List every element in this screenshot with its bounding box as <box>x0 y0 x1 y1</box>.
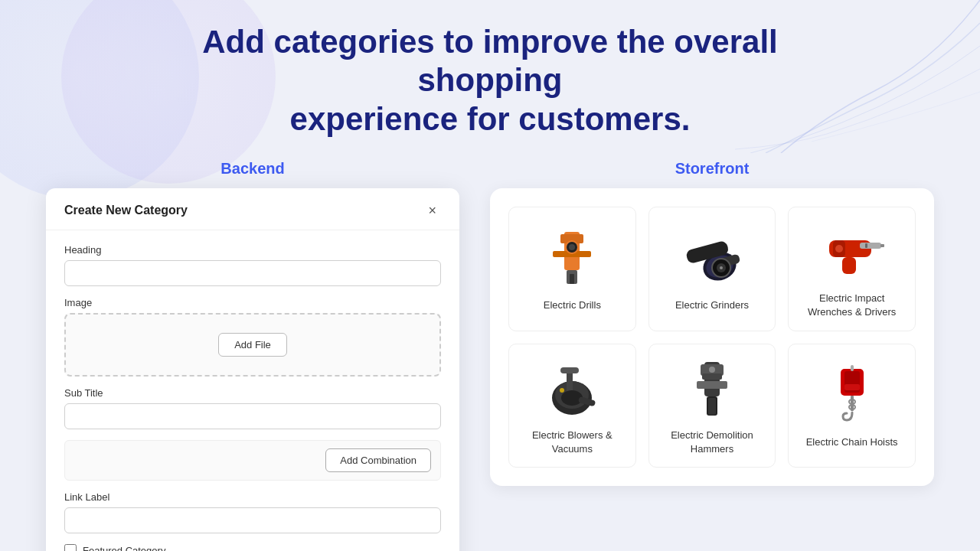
combination-row: Add Combination <box>64 440 441 481</box>
heading-label: Heading <box>64 244 441 256</box>
svg-rect-40 <box>851 365 854 371</box>
link-label-input[interactable] <box>64 507 441 533</box>
backend-label: Backend <box>220 160 284 178</box>
category-image-grinders <box>678 228 746 289</box>
main-columns: Backend Create New Category × Heading Im… <box>46 160 934 551</box>
link-label-label: Link Label <box>64 491 441 503</box>
svg-rect-20 <box>865 243 867 248</box>
category-grid: Electric Drills <box>508 207 916 468</box>
svg-rect-32 <box>697 381 727 389</box>
svg-rect-24 <box>560 367 579 373</box>
add-combination-button[interactable]: Add Combination <box>325 448 431 472</box>
svg-point-19 <box>835 245 843 253</box>
subtitle-field-group: Sub Title <box>64 387 441 429</box>
svg-point-6 <box>569 244 575 250</box>
subtitle-input[interactable] <box>64 403 441 429</box>
category-card-blowers[interactable]: Electric Blowers & Vacuums <box>508 344 636 468</box>
file-drop-zone[interactable]: Add File <box>64 313 441 377</box>
category-name-wrenches: Electric Impact Wrenches & Drivers <box>798 292 906 319</box>
svg-rect-17 <box>842 257 856 274</box>
create-category-modal: Create New Category × Heading Image Add … <box>46 188 459 551</box>
category-name-drills: Electric Drills <box>544 298 601 312</box>
storefront-label: Storefront <box>675 160 750 178</box>
svg-point-25 <box>561 390 583 406</box>
featured-category-label: Featured Category <box>83 545 165 551</box>
backend-section: Backend Create New Category × Heading Im… <box>46 160 459 551</box>
svg-rect-33 <box>702 373 722 380</box>
category-image-wrenches <box>818 221 887 282</box>
category-card-grinders[interactable]: Electric Grinders <box>648 207 776 331</box>
featured-category-row: Featured Category <box>64 544 441 551</box>
modal-header: Create New Category × <box>46 188 459 230</box>
storefront-panel: Electric Drills <box>490 188 934 486</box>
category-image-drills <box>537 228 606 289</box>
add-file-button[interactable]: Add File <box>218 333 287 357</box>
category-card-demolition[interactable]: Electric Demolition Hammers <box>648 344 776 468</box>
image-field-group: Image Add File <box>64 297 441 377</box>
heading-input[interactable] <box>64 260 441 286</box>
image-label: Image <box>64 297 441 308</box>
svg-rect-16 <box>880 244 884 247</box>
storefront-section: Storefront <box>490 160 934 486</box>
category-card-wrenches[interactable]: Electric Impact Wrenches & Drivers <box>788 207 916 331</box>
category-card-drills[interactable]: Electric Drills <box>508 207 636 331</box>
svg-rect-15 <box>860 243 881 249</box>
svg-rect-41 <box>844 384 860 390</box>
svg-point-27 <box>560 388 564 393</box>
svg-rect-31 <box>708 398 716 415</box>
category-name-hoists: Electric Chain Hoists <box>806 435 898 449</box>
modal-body: Heading Image Add File Sub Title <box>46 230 459 551</box>
modal-title: Create New Category <box>64 204 188 217</box>
modal-close-button[interactable]: × <box>423 202 441 219</box>
featured-category-checkbox[interactable] <box>64 544 77 551</box>
category-name-blowers: Electric Blowers & Vacuums <box>518 429 626 456</box>
page-wrapper: Add categories to improve the overall sh… <box>0 0 980 551</box>
category-image-blowers <box>537 358 606 419</box>
category-name-demolition: Electric Demolition Hammers <box>658 429 766 456</box>
category-name-grinders: Electric Grinders <box>675 298 749 312</box>
page-heading: Add categories to improve the overall sh… <box>145 23 835 139</box>
category-image-demolition <box>678 358 746 419</box>
svg-point-13 <box>720 266 723 269</box>
svg-point-34 <box>709 367 715 373</box>
link-label-field-group: Link Label <box>64 491 441 533</box>
subtitle-label: Sub Title <box>64 387 441 399</box>
category-image-hoists <box>818 365 887 426</box>
heading-field-group: Heading <box>64 244 441 286</box>
svg-rect-3 <box>570 274 574 284</box>
category-card-hoists[interactable]: Electric Chain Hoists <box>788 344 916 468</box>
